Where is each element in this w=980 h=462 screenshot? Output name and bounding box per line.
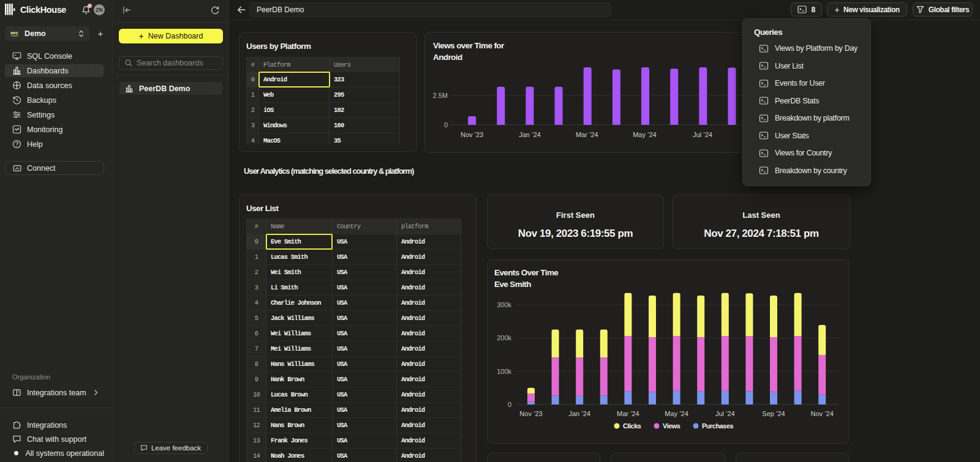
svg-text:300k: 300k <box>497 301 511 308</box>
svg-text:Mar ’24: Mar ’24 <box>576 131 598 138</box>
svg-text:Nov ’24: Nov ’24 <box>811 410 834 417</box>
svg-text:Jul ’24: Jul ’24 <box>715 410 735 417</box>
svg-text:0: 0 <box>508 401 511 408</box>
svg-text:200k: 200k <box>497 334 511 341</box>
svg-text:Jan ’24: Jan ’24 <box>519 131 540 138</box>
svg-text:May ’24: May ’24 <box>665 410 688 417</box>
svg-text:Jan ’24: Jan ’24 <box>568 410 590 417</box>
svg-text:2.5M: 2.5M <box>433 92 448 99</box>
svg-text:0: 0 <box>444 121 448 129</box>
svg-text:Sep ’24: Sep ’24 <box>762 410 785 417</box>
svg-text:May ’24: May ’24 <box>633 131 657 138</box>
svg-text:Jul ’24: Jul ’24 <box>693 131 712 138</box>
svg-text:Mar ’24: Mar ’24 <box>617 410 639 417</box>
svg-text:Nov ’23: Nov ’23 <box>519 410 542 417</box>
svg-text:Purchases: Purchases <box>702 422 734 430</box>
svg-text:aws: aws <box>10 31 18 35</box>
svg-text:Views: Views <box>663 422 680 430</box>
svg-text:Clicks: Clicks <box>623 422 641 430</box>
svg-text:100k: 100k <box>497 368 511 375</box>
svg-text:Nov ’23: Nov ’23 <box>461 131 483 138</box>
